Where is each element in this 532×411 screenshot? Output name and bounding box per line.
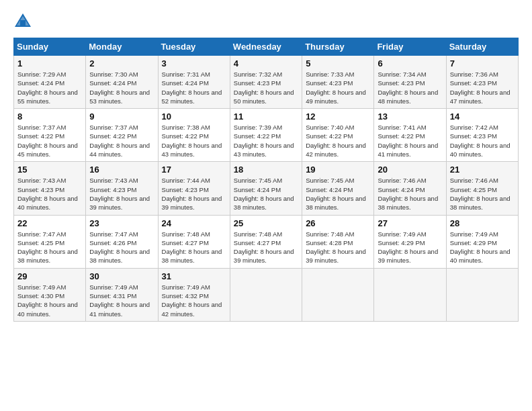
day-number: 2 — [89, 58, 154, 68]
day-number: 30 — [89, 271, 154, 281]
calendar-cell: 24 Sunrise: 7:48 AMSunset: 4:27 PMDaylig… — [158, 215, 230, 268]
day-number: 3 — [162, 58, 227, 68]
svg-rect-2 — [20, 20, 26, 27]
day-number: 13 — [378, 111, 443, 122]
calendar-cell: 19 Sunrise: 7:45 AMSunset: 4:24 PMDaylig… — [302, 162, 374, 215]
day-info: Sunrise: 7:49 AMSunset: 4:31 PMDaylight:… — [89, 283, 150, 318]
day-number: 12 — [306, 111, 371, 122]
calendar-cell: 11 Sunrise: 7:39 AMSunset: 4:22 PMDaylig… — [230, 109, 302, 162]
weekday-header-tuesday: Tuesday — [158, 38, 230, 56]
calendar-cell: 9 Sunrise: 7:37 AMSunset: 4:22 PMDayligh… — [86, 109, 158, 162]
weekday-header-monday: Monday — [86, 38, 158, 56]
calendar-cell: 25 Sunrise: 7:48 AMSunset: 4:27 PMDaylig… — [230, 215, 302, 268]
day-number: 19 — [306, 165, 371, 175]
day-info: Sunrise: 7:45 AMSunset: 4:24 PMDaylight:… — [234, 177, 294, 211]
day-number: 8 — [17, 111, 83, 122]
calendar-cell: 18 Sunrise: 7:45 AMSunset: 4:24 PMDaylig… — [230, 162, 302, 215]
day-number: 18 — [234, 165, 299, 175]
calendar-cell: 31 Sunrise: 7:49 AMSunset: 4:32 PMDaylig… — [158, 268, 230, 321]
day-number: 6 — [378, 58, 443, 68]
day-info: Sunrise: 7:42 AMSunset: 4:23 PMDaylight:… — [450, 124, 511, 158]
calendar-table: SundayMondayTuesdayWednesdayThursdayFrid… — [13, 38, 519, 322]
day-number: 5 — [306, 58, 371, 68]
day-number: 9 — [89, 111, 154, 122]
calendar-cell: 13 Sunrise: 7:41 AMSunset: 4:22 PMDaylig… — [374, 109, 446, 162]
day-info: Sunrise: 7:36 AMSunset: 4:23 PMDaylight:… — [450, 71, 511, 105]
calendar-cell: 22 Sunrise: 7:47 AMSunset: 4:25 PMDaylig… — [14, 215, 86, 268]
day-info: Sunrise: 7:40 AMSunset: 4:22 PMDaylight:… — [306, 124, 366, 158]
day-info: Sunrise: 7:34 AMSunset: 4:23 PMDaylight:… — [378, 71, 438, 105]
day-info: Sunrise: 7:37 AMSunset: 4:22 PMDaylight:… — [17, 124, 78, 158]
calendar-cell: 20 Sunrise: 7:46 AMSunset: 4:24 PMDaylig… — [374, 162, 446, 215]
weekday-header-thursday: Thursday — [302, 38, 374, 56]
week-row-5: 29 Sunrise: 7:49 AMSunset: 4:30 PMDaylig… — [14, 268, 519, 321]
day-info: Sunrise: 7:47 AMSunset: 4:25 PMDaylight:… — [17, 230, 78, 265]
calendar-cell — [374, 268, 446, 321]
day-info: Sunrise: 7:46 AMSunset: 4:24 PMDaylight:… — [378, 177, 438, 211]
calendar-cell: 16 Sunrise: 7:43 AMSunset: 4:23 PMDaylig… — [86, 162, 158, 215]
day-number: 4 — [234, 58, 299, 68]
day-number: 11 — [234, 111, 299, 122]
day-info: Sunrise: 7:49 AMSunset: 4:29 PMDaylight:… — [450, 230, 511, 265]
day-number: 23 — [89, 218, 154, 228]
calendar-cell: 21 Sunrise: 7:46 AMSunset: 4:25 PMDaylig… — [446, 162, 518, 215]
header — [13, 12, 519, 31]
day-info: Sunrise: 7:37 AMSunset: 4:22 PMDaylight:… — [89, 124, 150, 158]
calendar-cell — [302, 268, 374, 321]
day-info: Sunrise: 7:41 AMSunset: 4:22 PMDaylight:… — [378, 124, 438, 158]
calendar-cell: 10 Sunrise: 7:38 AMSunset: 4:22 PMDaylig… — [158, 109, 230, 162]
week-row-2: 8 Sunrise: 7:37 AMSunset: 4:22 PMDayligh… — [14, 109, 519, 162]
week-row-1: 1 Sunrise: 7:29 AMSunset: 4:24 PMDayligh… — [14, 56, 519, 109]
logo-icon — [13, 12, 32, 31]
weekday-header-wednesday: Wednesday — [230, 38, 302, 56]
day-info: Sunrise: 7:44 AMSunset: 4:23 PMDaylight:… — [162, 177, 222, 211]
day-info: Sunrise: 7:33 AMSunset: 4:23 PMDaylight:… — [306, 71, 366, 105]
calendar-cell: 2 Sunrise: 7:30 AMSunset: 4:24 PMDayligh… — [86, 56, 158, 109]
day-number: 27 — [378, 218, 443, 228]
calendar-cell: 28 Sunrise: 7:49 AMSunset: 4:29 PMDaylig… — [446, 215, 518, 268]
day-info: Sunrise: 7:38 AMSunset: 4:22 PMDaylight:… — [162, 124, 222, 158]
day-info: Sunrise: 7:49 AMSunset: 4:32 PMDaylight:… — [162, 283, 222, 318]
day-info: Sunrise: 7:30 AMSunset: 4:24 PMDaylight:… — [89, 71, 150, 105]
day-number: 28 — [450, 218, 515, 228]
calendar-cell: 8 Sunrise: 7:37 AMSunset: 4:22 PMDayligh… — [14, 109, 86, 162]
calendar-cell: 5 Sunrise: 7:33 AMSunset: 4:23 PMDayligh… — [302, 56, 374, 109]
calendar-cell: 29 Sunrise: 7:49 AMSunset: 4:30 PMDaylig… — [14, 268, 86, 321]
weekday-header-sunday: Sunday — [14, 38, 86, 56]
calendar-cell: 1 Sunrise: 7:29 AMSunset: 4:24 PMDayligh… — [14, 56, 86, 109]
day-number: 22 — [17, 218, 83, 228]
day-number: 25 — [234, 218, 299, 228]
calendar-cell — [446, 268, 518, 321]
day-number: 7 — [450, 58, 515, 68]
calendar-cell: 30 Sunrise: 7:49 AMSunset: 4:31 PMDaylig… — [86, 268, 158, 321]
calendar-cell: 27 Sunrise: 7:49 AMSunset: 4:29 PMDaylig… — [374, 215, 446, 268]
day-info: Sunrise: 7:43 AMSunset: 4:23 PMDaylight:… — [17, 177, 78, 211]
day-info: Sunrise: 7:29 AMSunset: 4:24 PMDaylight:… — [17, 71, 78, 105]
day-info: Sunrise: 7:43 AMSunset: 4:23 PMDaylight:… — [89, 177, 150, 211]
day-number: 16 — [89, 165, 154, 175]
day-number: 26 — [306, 218, 371, 228]
calendar-cell: 23 Sunrise: 7:47 AMSunset: 4:26 PMDaylig… — [86, 215, 158, 268]
weekday-header-saturday: Saturday — [446, 38, 518, 56]
day-number: 20 — [378, 165, 443, 175]
day-number: 31 — [162, 271, 227, 281]
week-row-4: 22 Sunrise: 7:47 AMSunset: 4:25 PMDaylig… — [14, 215, 519, 268]
day-info: Sunrise: 7:48 AMSunset: 4:28 PMDaylight:… — [306, 230, 366, 265]
day-number: 21 — [450, 165, 515, 175]
calendar-cell: 4 Sunrise: 7:32 AMSunset: 4:23 PMDayligh… — [230, 56, 302, 109]
day-info: Sunrise: 7:31 AMSunset: 4:24 PMDaylight:… — [162, 71, 222, 105]
calendar-cell: 26 Sunrise: 7:48 AMSunset: 4:28 PMDaylig… — [302, 215, 374, 268]
day-number: 10 — [162, 111, 227, 122]
calendar-cell: 15 Sunrise: 7:43 AMSunset: 4:23 PMDaylig… — [14, 162, 86, 215]
calendar-cell: 6 Sunrise: 7:34 AMSunset: 4:23 PMDayligh… — [374, 56, 446, 109]
calendar-cell: 3 Sunrise: 7:31 AMSunset: 4:24 PMDayligh… — [158, 56, 230, 109]
day-number: 29 — [17, 271, 83, 281]
weekday-header-row: SundayMondayTuesdayWednesdayThursdayFrid… — [14, 38, 519, 56]
day-number: 24 — [162, 218, 227, 228]
calendar-cell: 7 Sunrise: 7:36 AMSunset: 4:23 PMDayligh… — [446, 56, 518, 109]
day-info: Sunrise: 7:39 AMSunset: 4:22 PMDaylight:… — [234, 124, 294, 158]
day-info: Sunrise: 7:47 AMSunset: 4:26 PMDaylight:… — [89, 230, 150, 265]
day-info: Sunrise: 7:49 AMSunset: 4:29 PMDaylight:… — [378, 230, 438, 265]
day-info: Sunrise: 7:46 AMSunset: 4:25 PMDaylight:… — [450, 177, 511, 211]
day-info: Sunrise: 7:48 AMSunset: 4:27 PMDaylight:… — [162, 230, 222, 265]
